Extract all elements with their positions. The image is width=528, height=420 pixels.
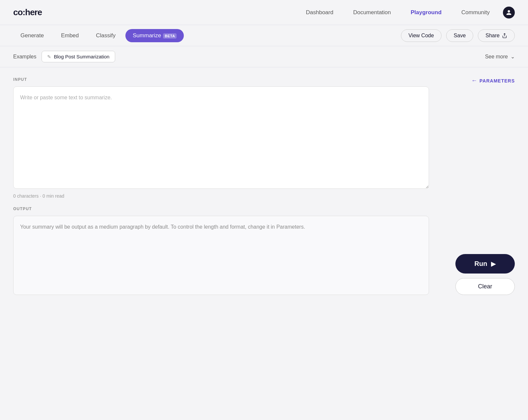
- right-panel: ← PARAMETERS Run ▶ Clear: [429, 77, 515, 295]
- nav-links: Dashboard Documentation Playground Commu…: [306, 9, 490, 16]
- avatar[interactable]: [503, 7, 515, 18]
- tabs-bar: Generate Embed Classify SummarizeBETA Vi…: [0, 25, 528, 46]
- see-more-button[interactable]: See more ⌄: [485, 53, 515, 60]
- arrow-left-icon: ←: [471, 77, 478, 84]
- tabs-left: Generate Embed Classify SummarizeBETA: [13, 29, 401, 42]
- char-count: 0 characters · 0 min read: [13, 193, 429, 199]
- chevron-down-icon: ⌄: [511, 53, 515, 60]
- beta-badge: BETA: [163, 33, 177, 39]
- tab-summarize[interactable]: SummarizeBETA: [125, 29, 184, 42]
- run-button[interactable]: Run ▶: [455, 254, 515, 274]
- tabs-right: View Code Save Share: [401, 29, 515, 42]
- nav-link-dashboard[interactable]: Dashboard: [306, 9, 333, 16]
- clear-button[interactable]: Clear: [455, 278, 515, 295]
- save-button[interactable]: Save: [446, 29, 473, 42]
- output-box: Your summary will be output as a medium …: [13, 216, 429, 295]
- tab-generate[interactable]: Generate: [13, 29, 51, 42]
- examples-label: Examples: [13, 54, 36, 60]
- output-section-label: OUTPUT: [13, 207, 429, 211]
- example-chip-blog-post[interactable]: ✎ Blog Post Summarization: [42, 51, 115, 62]
- left-panel: INPUT 0 characters · 0 min read OUTPUT Y…: [13, 77, 429, 295]
- tab-classify[interactable]: Classify: [89, 29, 123, 42]
- edit-icon: ✎: [47, 54, 51, 59]
- navbar: co:here Dashboard Documentation Playgrou…: [0, 0, 528, 25]
- nav-link-documentation[interactable]: Documentation: [353, 9, 391, 16]
- main-content: INPUT 0 characters · 0 min read OUTPUT Y…: [0, 67, 528, 305]
- nav-link-community[interactable]: Community: [461, 9, 490, 16]
- input-textarea[interactable]: [13, 86, 429, 189]
- play-icon: ▶: [491, 260, 496, 268]
- logo: co:here: [13, 7, 42, 17]
- examples-bar: Examples ✎ Blog Post Summarization See m…: [0, 46, 528, 67]
- share-button[interactable]: Share: [478, 29, 515, 42]
- nav-link-playground[interactable]: Playground: [411, 9, 442, 16]
- view-code-button[interactable]: View Code: [401, 29, 442, 42]
- input-section-label: INPUT: [13, 77, 429, 82]
- parameters-link[interactable]: ← PARAMETERS: [471, 77, 515, 84]
- action-buttons: Run ▶ Clear: [455, 122, 515, 295]
- tab-embed[interactable]: Embed: [54, 29, 86, 42]
